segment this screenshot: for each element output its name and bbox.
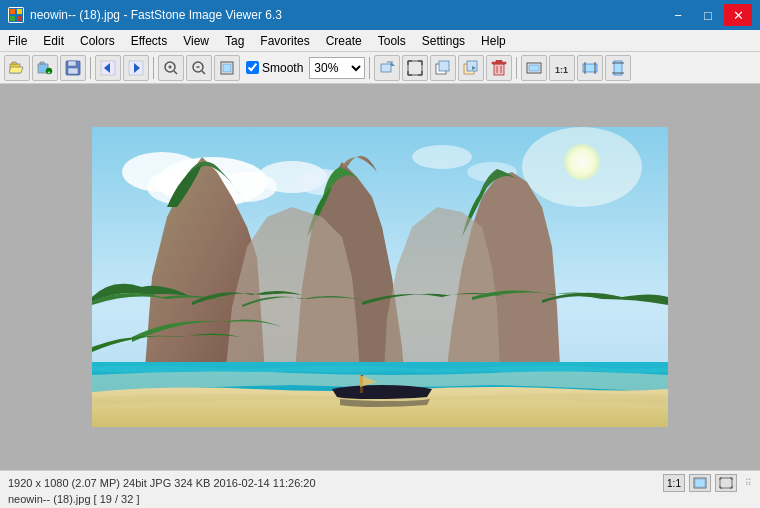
toolbar-prev-button[interactable] <box>95 55 121 81</box>
maximize-button[interactable]: □ <box>694 4 722 26</box>
toolbar-actual-size-button[interactable]: 1:1 <box>549 55 575 81</box>
menu-edit[interactable]: Edit <box>35 30 72 51</box>
menu-create[interactable]: Create <box>318 30 370 51</box>
menu-file[interactable]: File <box>0 30 35 51</box>
svg-rect-41 <box>492 62 506 64</box>
menu-view[interactable]: View <box>175 30 217 51</box>
svg-rect-1 <box>10 9 15 14</box>
toolbar-zoomout-button[interactable] <box>186 55 212 81</box>
image-display <box>92 127 668 427</box>
svg-rect-23 <box>381 64 391 72</box>
svg-rect-36 <box>439 61 449 71</box>
toolbar-save-button[interactable] <box>60 55 86 81</box>
svg-rect-11 <box>68 68 78 74</box>
fullscreen-status-button[interactable] <box>715 474 737 492</box>
toolbar-next-button[interactable] <box>123 55 149 81</box>
svg-rect-22 <box>223 64 231 72</box>
fit-screen-status-button[interactable] <box>689 474 711 492</box>
toolbar-separator-2 <box>153 57 154 79</box>
svg-text:+: + <box>48 68 51 74</box>
toolbar-copy-button[interactable] <box>430 55 456 81</box>
svg-rect-68 <box>695 479 705 487</box>
image-container <box>92 127 668 427</box>
menu-help[interactable]: Help <box>473 30 514 51</box>
toolbar-zoomin-button[interactable] <box>158 55 184 81</box>
toolbar-move-button[interactable] <box>458 55 484 81</box>
smooth-checkbox[interactable] <box>246 61 259 74</box>
zoom-select[interactable]: 10% 25% 30% 50% 75% 100% <box>309 57 365 79</box>
titlebar-controls: − □ ✕ <box>664 4 752 26</box>
toolbar-fit-width-button[interactable] <box>577 55 603 81</box>
toolbar-fit-button[interactable] <box>214 55 240 81</box>
menubar: File Edit Colors Effects View Tag Favori… <box>0 30 760 52</box>
actual-size-status-button[interactable]: 1:1 <box>663 474 685 492</box>
menu-colors[interactable]: Colors <box>72 30 123 51</box>
minimize-button[interactable]: − <box>664 4 692 26</box>
menu-tag[interactable]: Tag <box>217 30 252 51</box>
toolbar-fit-screen-button[interactable] <box>521 55 547 81</box>
titlebar: neowin-- (18).jpg - FastStone Image View… <box>0 0 760 30</box>
app-icon <box>8 7 24 23</box>
svg-line-17 <box>174 71 177 74</box>
svg-rect-10 <box>68 61 76 66</box>
toolbar-fit-height-button[interactable] <box>605 55 631 81</box>
menu-favorites[interactable]: Favorites <box>252 30 317 51</box>
toolbar: + <box>0 52 760 84</box>
svg-rect-2 <box>17 9 22 14</box>
statusbar: 1920 x 1080 (2.07 MP) 24bit JPG 324 KB 2… <box>0 470 760 508</box>
menu-tools[interactable]: Tools <box>370 30 414 51</box>
resize-grip: ⠿ <box>741 478 752 488</box>
svg-rect-4 <box>17 16 22 21</box>
svg-point-56 <box>564 144 600 180</box>
main-area <box>0 84 760 470</box>
svg-rect-42 <box>496 60 502 62</box>
smooth-label[interactable]: Smooth <box>262 61 303 75</box>
toolbar-rotate-cw-button[interactable] <box>374 55 400 81</box>
statusbar-top: 1920 x 1080 (2.07 MP) 24bit JPG 324 KB 2… <box>8 474 752 492</box>
svg-rect-46 <box>529 65 539 71</box>
svg-line-20 <box>202 71 205 74</box>
statusbar-bottom: neowin-- (18).jpg [ 19 / 32 ] <box>8 493 752 505</box>
svg-rect-69 <box>720 478 732 488</box>
titlebar-title: neowin-- (18).jpg - FastStone Image View… <box>30 8 282 22</box>
close-button[interactable]: ✕ <box>724 4 752 26</box>
toolbar-separator-4 <box>516 57 517 79</box>
svg-rect-3 <box>10 16 15 21</box>
titlebar-left: neowin-- (18).jpg - FastStone Image View… <box>8 7 282 23</box>
toolbar-delete-button[interactable] <box>486 55 512 81</box>
svg-rect-40 <box>494 64 504 75</box>
toolbar-browse-button[interactable]: + <box>32 55 58 81</box>
toolbar-fullscreen-button[interactable] <box>402 55 428 81</box>
toolbar-separator-3 <box>369 57 370 79</box>
svg-point-63 <box>412 145 472 169</box>
svg-rect-26 <box>408 61 422 75</box>
menu-effects[interactable]: Effects <box>123 30 175 51</box>
menu-settings[interactable]: Settings <box>414 30 473 51</box>
toolbar-separator-1 <box>90 57 91 79</box>
svg-marker-24 <box>391 62 395 66</box>
statusbar-controls: 1:1 ⠿ <box>663 474 752 492</box>
smooth-checkbox-container: Smooth <box>246 61 303 75</box>
statusbar-info: 1920 x 1080 (2.07 MP) 24bit JPG 324 KB 2… <box>8 477 316 489</box>
toolbar-open-button[interactable] <box>4 55 30 81</box>
svg-text:1:1: 1:1 <box>555 65 568 75</box>
